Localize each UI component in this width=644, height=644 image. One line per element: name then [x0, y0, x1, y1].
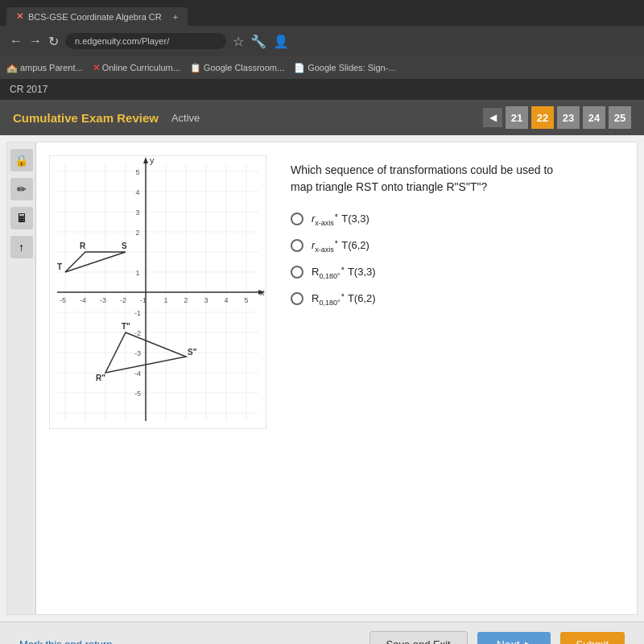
svg-text:y: y	[150, 155, 155, 165]
svg-text:T": T"	[122, 322, 130, 331]
svg-text:-3: -3	[100, 296, 106, 304]
svg-text:-5: -5	[134, 390, 141, 398]
bookmark-slides[interactable]: 📄 Google Slides: Sign-...	[294, 63, 395, 73]
question-nav: ◀ 21 22 23 24 25	[483, 106, 631, 129]
footer: Mark this and return Save and Exit Next …	[0, 621, 644, 644]
svg-text:3: 3	[204, 296, 208, 304]
svg-text:-4: -4	[134, 369, 141, 378]
back-icon[interactable]: ←	[10, 34, 23, 48]
pencil-icon[interactable]: ✏	[10, 178, 33, 200]
svg-text:3: 3	[135, 208, 139, 217]
svg-text:1: 1	[163, 296, 167, 304]
question-num-24[interactable]: 24	[583, 106, 605, 129]
lock-icon[interactable]: 🔒	[10, 149, 33, 171]
browser-tab[interactable]: ✕ BCS-GSE Coordinate Algebra CR +	[6, 7, 188, 26]
left-sidebar: 🔒 ✏ 🖩 ↑	[7, 142, 36, 614]
choice-c-label: R0,180°∘ T(3,3)	[312, 265, 376, 280]
bookmark-classroom[interactable]: 📋 Google Classroom...	[190, 63, 284, 73]
radio-a[interactable]	[291, 213, 303, 225]
tab-close-icon: ✕	[16, 11, 23, 22]
question-text: Which sequence of transformations could …	[291, 162, 624, 196]
reload-icon[interactable]: ↻	[48, 34, 59, 49]
extension-icon[interactable]: 🔧	[250, 34, 266, 49]
svg-text:T: T	[57, 262, 62, 271]
svg-text:-1: -1	[134, 309, 141, 317]
tab-label: BCS-GSE Coordinate Algebra CR	[28, 12, 162, 22]
radio-d[interactable]	[291, 292, 303, 305]
question-num-22[interactable]: 22	[531, 106, 554, 129]
choice-c[interactable]: R0,180°∘ T(3,3)	[291, 265, 624, 280]
svg-text:-2: -2	[120, 296, 126, 304]
svg-text:S: S	[122, 242, 127, 250]
bookmark-campus-icon: 🏫	[6, 63, 18, 73]
svg-text:R": R"	[96, 374, 105, 382]
content-area: 🔒 ✏ 🖩 ↑	[6, 142, 638, 615]
star-icon[interactable]: ☆	[233, 34, 244, 49]
calculator-icon[interactable]: 🖩	[10, 207, 33, 229]
svg-text:2: 2	[184, 296, 188, 304]
choice-d-label: R0,180°∘ T(6,2)	[312, 291, 376, 307]
svg-text:2: 2	[135, 229, 139, 237]
address-bar[interactable]: n.edgenuity.com/Player/	[65, 33, 226, 49]
question-num-23[interactable]: 23	[557, 106, 580, 129]
svg-text:x: x	[260, 287, 265, 297]
app-header-label: CR 2017	[10, 84, 47, 95]
svg-text:1: 1	[135, 269, 139, 277]
graph-container: x y -5 -4 -3 -2 -1 1 2 3 4 5 5 4 3	[49, 155, 275, 601]
svg-text:R: R	[80, 242, 86, 250]
radio-b[interactable]	[291, 239, 303, 252]
radio-c[interactable]	[291, 266, 303, 279]
choice-b[interactable]: rx-axis∘ T(6,2)	[291, 238, 624, 254]
question-content: Which sequence of transformations could …	[291, 155, 624, 601]
question-area: x y -5 -4 -3 -2 -1 1 2 3 4 5 5 4 3	[36, 142, 637, 614]
svg-text:5: 5	[135, 168, 139, 176]
svg-text:-4: -4	[80, 296, 86, 304]
bookmark-campus[interactable]: 🏫 ampus Parent...	[6, 63, 83, 73]
app-header: CR 2017	[0, 79, 644, 100]
svg-text:5: 5	[244, 296, 248, 304]
choice-a-label: rx-axis∘ T(3,3)	[312, 212, 369, 227]
save-exit-button[interactable]: Save and Exit	[369, 631, 468, 644]
choice-b-label: rx-axis∘ T(6,2)	[312, 238, 369, 254]
tab-plus-icon[interactable]: +	[173, 12, 178, 22]
bookmark-classroom-icon: 📋	[190, 63, 201, 73]
svg-text:-5: -5	[60, 296, 66, 304]
svg-text:S": S"	[188, 348, 197, 357]
next-button[interactable]: Next	[477, 632, 551, 645]
forward-icon[interactable]: →	[29, 34, 42, 48]
exam-title: Cumulative Exam Review	[13, 111, 159, 125]
svg-text:4: 4	[135, 188, 139, 196]
svg-text:-3: -3	[134, 349, 141, 357]
mark-return-link[interactable]: Mark this and return	[19, 638, 113, 644]
bookmark-curriculum[interactable]: ✕ Online Curriculum...	[93, 63, 180, 73]
question-num-25[interactable]: 25	[609, 106, 631, 129]
bookmark-x-icon: ✕	[93, 63, 100, 73]
submit-button[interactable]: Submit	[560, 632, 625, 644]
profile-icon[interactable]: 👤	[273, 34, 289, 49]
question-num-21[interactable]: 21	[506, 106, 528, 129]
nav-prev-button[interactable]: ◀	[483, 108, 502, 127]
exam-header: Cumulative Exam Review Active ◀ 21 22 23…	[0, 100, 644, 135]
bookmarks-bar: 🏫 ampus Parent... ✕ Online Curriculum...…	[0, 56, 644, 79]
bookmark-slides-icon: 📄	[294, 63, 305, 73]
exam-status: Active	[171, 112, 200, 124]
arrow-up-icon[interactable]: ↑	[10, 236, 33, 258]
coordinate-graph: x y -5 -4 -3 -2 -1 1 2 3 4 5 5 4 3	[49, 155, 266, 429]
svg-text:4: 4	[224, 296, 228, 304]
answer-choices: rx-axis∘ T(3,3) rx-axis∘ T(6,2)	[291, 212, 624, 307]
choice-a[interactable]: rx-axis∘ T(3,3)	[291, 212, 624, 227]
svg-text:-1: -1	[140, 296, 147, 304]
choice-d[interactable]: R0,180°∘ T(6,2)	[291, 291, 624, 307]
